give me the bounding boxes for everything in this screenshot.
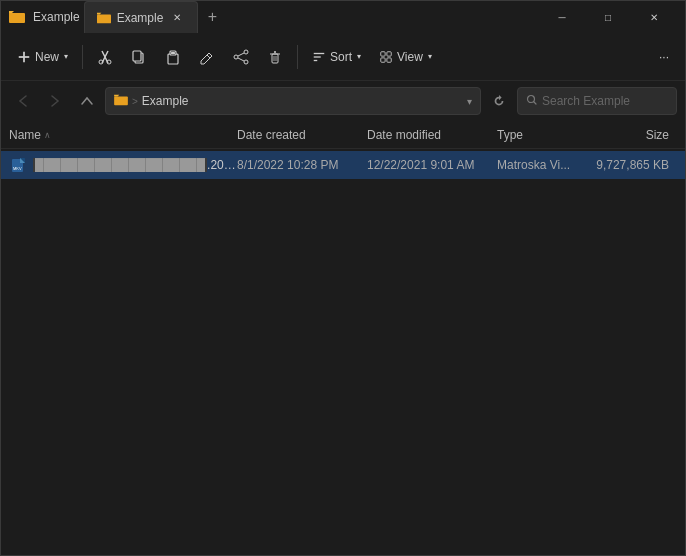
delete-button[interactable] — [259, 39, 291, 75]
new-label: New — [35, 50, 59, 64]
new-button[interactable]: New ▾ — [9, 39, 76, 75]
svg-line-18 — [238, 53, 244, 56]
separator-2 — [297, 45, 298, 69]
sort-icon — [312, 50, 326, 64]
title-bar-left: Example — [9, 9, 80, 25]
view-icon — [379, 50, 393, 64]
forward-icon — [50, 95, 60, 107]
view-label: View — [397, 50, 423, 64]
toolbar: New ▾ — [1, 33, 685, 81]
search-placeholder: Search Example — [542, 94, 630, 108]
cut-icon — [97, 49, 113, 65]
new-tab-button[interactable]: + — [198, 3, 226, 31]
rename-button[interactable] — [191, 39, 223, 75]
separator-1 — [82, 45, 83, 69]
column-date-modified-header[interactable]: Date modified — [367, 128, 497, 142]
window-title: Example — [33, 10, 80, 24]
more-label: ··· — [659, 50, 669, 64]
file-date-created: 8/1/2022 10:28 PM — [237, 158, 367, 172]
column-type-header[interactable]: Type — [497, 128, 587, 142]
more-button[interactable]: ··· — [651, 39, 677, 75]
title-folder-icon — [9, 9, 25, 25]
file-name: ████████████████████.2021.1080p.web.h264… — [33, 158, 237, 172]
cut-button[interactable] — [89, 39, 121, 75]
sort-label: Sort — [330, 50, 352, 64]
svg-point-17 — [244, 60, 248, 64]
share-button[interactable] — [225, 39, 257, 75]
search-icon — [526, 94, 538, 108]
file-type: Matroska Vi... — [497, 158, 587, 172]
svg-point-15 — [244, 50, 248, 54]
search-box[interactable]: Search Example — [517, 87, 677, 115]
column-headers: Name ∧ Date created Date modified Type S… — [1, 121, 685, 149]
window-controls: ─ □ ✕ — [539, 1, 677, 33]
svg-rect-32 — [114, 97, 128, 106]
svg-rect-13 — [171, 52, 175, 54]
breadcrumb-bar[interactable]: > Example ▾ — [105, 87, 481, 115]
copy-icon — [131, 49, 147, 65]
tab-label: Example — [117, 11, 164, 25]
new-chevron-icon: ▾ — [64, 52, 68, 61]
rename-icon — [199, 49, 215, 65]
breadcrumb-folder-name: Example — [142, 94, 189, 108]
sort-chevron-icon: ▾ — [357, 52, 361, 61]
up-button[interactable] — [73, 87, 101, 115]
svg-text:MKV: MKV — [13, 166, 22, 171]
tab-folder-icon — [97, 11, 111, 25]
address-bar: > Example ▾ Search Example — [1, 81, 685, 121]
file-list: MKV ████████████████████.2021.1080p.web.… — [1, 149, 685, 556]
svg-line-14 — [207, 55, 210, 58]
delete-icon — [267, 49, 283, 65]
svg-rect-20 — [272, 54, 278, 63]
svg-line-19 — [238, 58, 244, 61]
forward-button[interactable] — [41, 87, 69, 115]
view-chevron-icon: ▾ — [428, 52, 432, 61]
maximize-button[interactable]: □ — [585, 1, 631, 33]
svg-point-16 — [234, 55, 238, 59]
file-type-icon: MKV — [9, 157, 29, 173]
svg-marker-4 — [97, 12, 101, 14]
tab-example[interactable]: Example ✕ — [84, 1, 199, 33]
copy-button[interactable] — [123, 39, 155, 75]
svg-line-35 — [534, 102, 537, 105]
svg-rect-30 — [381, 57, 385, 61]
file-size: 9,727,865 KB — [587, 158, 677, 172]
tab-bar: Example ✕ + — [84, 1, 539, 33]
back-icon — [18, 95, 28, 107]
breadcrumb-dropdown-icon[interactable]: ▾ — [467, 96, 472, 107]
new-icon — [17, 50, 31, 64]
breadcrumb-separator: > — [132, 96, 138, 107]
svg-rect-3 — [97, 14, 111, 23]
paste-icon — [165, 49, 181, 65]
refresh-icon — [492, 94, 506, 108]
title-bar: Example Example ✕ + ─ □ ✕ — [1, 1, 685, 33]
sort-indicator: ∧ — [44, 130, 51, 140]
svg-rect-31 — [387, 57, 391, 61]
svg-rect-28 — [381, 51, 385, 55]
up-icon — [81, 95, 93, 107]
back-button[interactable] — [9, 87, 37, 115]
breadcrumb-folder-icon — [114, 94, 128, 108]
share-icon — [233, 49, 249, 65]
close-button[interactable]: ✕ — [631, 1, 677, 33]
svg-rect-1 — [9, 13, 16, 15]
column-name-header[interactable]: Name ∧ — [9, 128, 237, 142]
svg-rect-10 — [133, 51, 141, 61]
file-date-modified: 12/22/2021 9:01 AM — [367, 158, 497, 172]
svg-marker-2 — [9, 11, 14, 13]
svg-rect-29 — [387, 51, 391, 55]
minimize-button[interactable]: ─ — [539, 1, 585, 33]
svg-rect-6 — [19, 56, 30, 58]
tab-close-button[interactable]: ✕ — [169, 10, 185, 26]
view-button[interactable]: View ▾ — [371, 39, 440, 75]
main-area: Name ∧ Date created Date modified Type S… — [1, 121, 685, 556]
column-date-created-header[interactable]: Date created — [237, 128, 367, 142]
svg-marker-33 — [114, 95, 119, 97]
refresh-button[interactable] — [485, 87, 513, 115]
paste-button[interactable] — [157, 39, 189, 75]
table-row[interactable]: MKV ████████████████████.2021.1080p.web.… — [1, 151, 685, 179]
column-size-header[interactable]: Size — [587, 128, 677, 142]
sort-button[interactable]: Sort ▾ — [304, 39, 369, 75]
